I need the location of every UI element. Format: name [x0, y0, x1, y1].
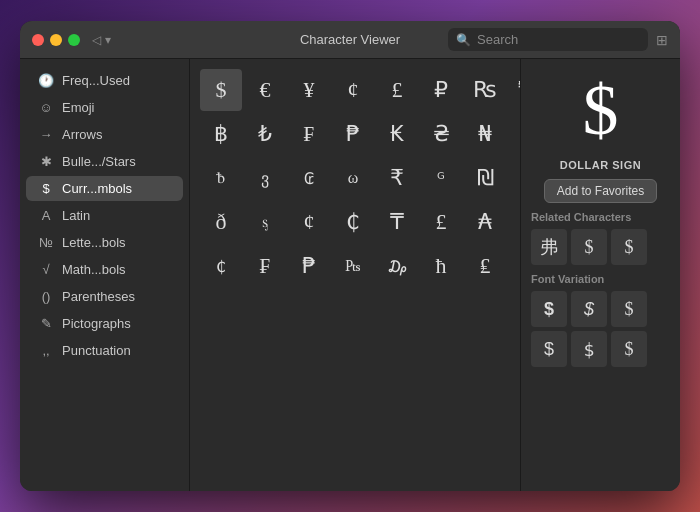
char-cell[interactable]: $: [200, 69, 242, 111]
sidebar-label-currency: Curr...mbols: [62, 181, 132, 196]
char-cell[interactable]: ¢: [332, 69, 374, 111]
char-cell[interactable]: ₩: [508, 69, 520, 111]
char-cell[interactable]: ₫: [508, 157, 520, 199]
char-cell[interactable]: ₵: [332, 201, 374, 243]
grid-view-icon[interactable]: ⊞: [656, 32, 668, 48]
sidebar-item-bullets[interactable]: ✱ Bulle.../Stars: [26, 149, 183, 174]
sidebar-item-arrows[interactable]: → Arrows: [26, 122, 183, 147]
sidebar-label-freq-used: Freq...Used: [62, 73, 130, 88]
char-cell[interactable]: ₯: [376, 245, 418, 287]
sidebar-label-parentheses: Parentheses: [62, 289, 135, 304]
window-title: Character Viewer: [300, 32, 400, 47]
char-cell[interactable]: ð: [200, 201, 242, 243]
char-cell[interactable]: ᵬ: [200, 157, 242, 199]
sidebar-item-currency[interactable]: $ Curr...mbols: [26, 176, 183, 201]
char-cell[interactable]: ₵: [200, 245, 242, 287]
math-icon: √: [38, 262, 54, 277]
dropdown-icon[interactable]: ▾: [105, 33, 111, 47]
latin-icon: A: [38, 208, 54, 223]
related-title: Related Characters: [531, 211, 670, 223]
char-cell[interactable]: ¢: [288, 201, 330, 243]
font-var-char-4[interactable]: $: [531, 331, 567, 367]
char-cell[interactable]: ₹: [376, 157, 418, 199]
clock-icon: 🕐: [38, 73, 54, 88]
char-cell[interactable]: ₺: [244, 113, 286, 155]
char-name: DOLLAR SIGN: [560, 159, 641, 171]
char-cell[interactable]: £: [376, 69, 418, 111]
char-grid: $ € ¥ ¢ £ ₽ ₨ ₩ ฿ ₺ ₣ ₱ ₭ ₴ ₦ ﹨ ᵬ ვ ₢: [190, 59, 520, 491]
char-cell[interactable]: ħ: [420, 245, 462, 287]
char-cell[interactable]: ₣: [244, 245, 286, 287]
star-icon: ✱: [38, 154, 54, 169]
font-var-char-5[interactable]: $: [571, 331, 607, 367]
sidebar-item-parentheses[interactable]: () Parentheses: [26, 284, 183, 309]
add-to-favorites-button[interactable]: Add to Favorites: [544, 179, 657, 203]
char-cell[interactable]: ₨: [464, 69, 506, 111]
search-box[interactable]: 🔍: [448, 28, 648, 51]
nav-arrows: ◁ ▾: [92, 33, 111, 47]
char-cell[interactable]: ₴: [420, 113, 462, 155]
char-cell[interactable]: ₢: [288, 157, 330, 199]
char-cell[interactable]: ₧: [332, 245, 374, 287]
char-cell[interactable]: ᴳ: [420, 157, 462, 199]
sidebar-item-pictographs[interactable]: ✎ Pictographs: [26, 311, 183, 336]
sidebar-item-math[interactable]: √ Math...bols: [26, 257, 183, 282]
char-cell[interactable]: ₱: [288, 245, 330, 287]
char-cell[interactable]: ₪: [464, 157, 506, 199]
char-cell[interactable]: ₭: [376, 113, 418, 155]
sidebar-label-math: Math...bols: [62, 262, 126, 277]
char-cell[interactable]: ₸: [376, 201, 418, 243]
char-cell[interactable]: ₳: [464, 201, 506, 243]
traffic-lights: [32, 34, 80, 46]
char-cell[interactable]: ₦: [464, 113, 506, 155]
char-cell[interactable]: ω: [332, 157, 374, 199]
related-char-3[interactable]: $: [611, 229, 647, 265]
char-cell[interactable]: ვ: [244, 157, 286, 199]
char-cell[interactable]: €: [244, 69, 286, 111]
font-var-char-3[interactable]: $: [611, 291, 647, 327]
maximize-button[interactable]: [68, 34, 80, 46]
sidebar-item-letterlike[interactable]: № Lette...bols: [26, 230, 183, 255]
search-icon: 🔍: [456, 33, 471, 47]
related-chars: 弗 $ $: [531, 229, 670, 265]
paren-icon: (): [38, 289, 54, 304]
sidebar-item-latin[interactable]: A Latin: [26, 203, 183, 228]
char-cell[interactable]: ₱: [332, 113, 374, 155]
char-cell[interactable]: ฿: [200, 113, 242, 155]
char-cell[interactable]: ₣: [288, 113, 330, 155]
char-cell[interactable]: £: [420, 201, 462, 243]
font-var-char-6[interactable]: $: [611, 331, 647, 367]
emoji-icon: ☺: [38, 100, 54, 115]
char-preview: $: [583, 74, 619, 146]
sidebar-label-punctuation: Punctuation: [62, 343, 131, 358]
sidebar-item-punctuation[interactable]: ,, Punctuation: [26, 338, 183, 363]
content-area: 🕐 Freq...Used ☺ Emoji → Arrows ✱ Bulle..…: [20, 59, 680, 491]
sidebar-label-bullets: Bulle.../Stars: [62, 154, 136, 169]
punctuation-icon: ,,: [38, 343, 54, 358]
arrow-icon: →: [38, 127, 54, 142]
titlebar: ◁ ▾ Character Viewer 🔍 ⊞: [20, 21, 680, 59]
char-cell[interactable]: ₤: [464, 245, 506, 287]
font-variation-section: Font Variation $ $ $ $ $ $: [531, 273, 670, 367]
pictograph-icon: ✎: [38, 316, 54, 331]
sidebar-item-freq-used[interactable]: 🕐 Freq...Used: [26, 68, 183, 93]
char-cell[interactable]: ₽: [420, 69, 462, 111]
sidebar-label-letterlike: Lette...bols: [62, 235, 126, 250]
sidebar-label-arrows: Arrows: [62, 127, 102, 142]
sidebar-label-latin: Latin: [62, 208, 90, 223]
sidebar-item-emoji[interactable]: ☺ Emoji: [26, 95, 183, 120]
char-cell[interactable]: ¥: [288, 69, 330, 111]
related-char-2[interactable]: $: [571, 229, 607, 265]
font-var-char-2[interactable]: $: [571, 291, 607, 327]
font-var-char-1[interactable]: $: [531, 291, 567, 327]
back-icon[interactable]: ◁: [92, 33, 101, 47]
currency-icon: $: [38, 181, 54, 196]
char-cell[interactable]: ₘ: [508, 201, 520, 243]
minimize-button[interactable]: [50, 34, 62, 46]
close-button[interactable]: [32, 34, 44, 46]
char-cell[interactable]: ᶊ: [244, 201, 286, 243]
search-input[interactable]: [477, 32, 640, 47]
char-cell[interactable]: ﹨: [508, 113, 520, 155]
font-variation-chars: $ $ $ $ $ $: [531, 291, 670, 367]
related-char-1[interactable]: 弗: [531, 229, 567, 265]
